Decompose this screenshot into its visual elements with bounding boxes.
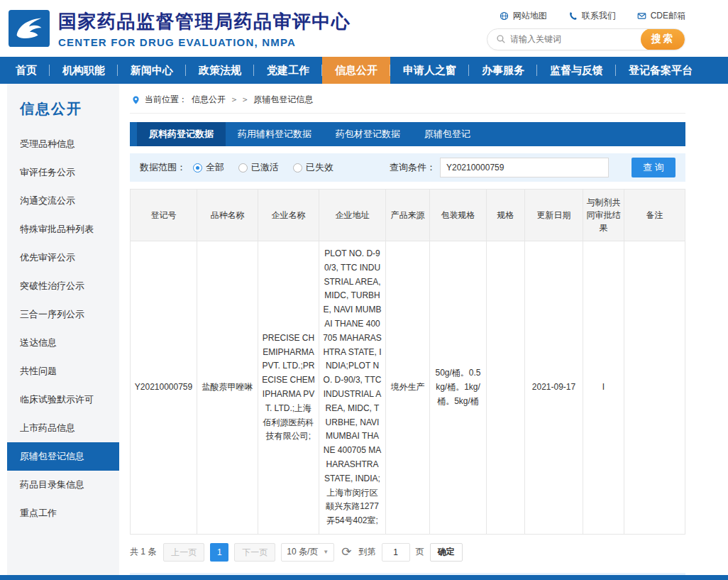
jump-page-input[interactable] xyxy=(382,543,410,562)
sidebar-item-marketed-drugs[interactable]: 上市药品信息 xyxy=(7,414,119,442)
filter-bar: 数据范围： 全部 已激活 已失效 查询条件： 查 询 xyxy=(130,153,685,182)
page-size-select[interactable]: 10 条/页 ▼ xyxy=(281,543,334,562)
current-page-button[interactable]: 1 xyxy=(210,543,228,562)
radio-option-activated[interactable]: 已激活 xyxy=(238,161,279,174)
tab-packaging-registration-data[interactable]: 药包材登记数据 xyxy=(324,122,412,146)
quick-link-contact[interactable]: 联系我们 xyxy=(568,10,616,22)
query-label: 查询条件： xyxy=(390,161,436,174)
breadcrumb-section-link[interactable]: 信息公开 xyxy=(192,94,226,106)
nav-item-news[interactable]: 新闻中心 xyxy=(118,57,186,84)
nav-item-applicant-window[interactable]: 申请人之窗 xyxy=(390,57,469,84)
quick-links: 网站地图 联系我们 CDE邮箱 xyxy=(500,10,685,22)
cde-logo-icon xyxy=(9,10,50,47)
sidebar-item-special-approval-list[interactable]: 特殊审批品种列表 xyxy=(7,215,119,244)
col-header-company-name: 企业名称 xyxy=(258,190,319,241)
table-row: Y20210000759 盐酸萘甲唑啉 PRECISE CHEMIPHARMA … xyxy=(131,241,685,535)
radio-label: 全部 xyxy=(206,161,224,174)
tab-excipient-registration-data[interactable]: 药用辅料登记数据 xyxy=(226,122,324,146)
chevron-down-icon: ▼ xyxy=(323,549,329,555)
cell-package-spec: 50g/桶。0.5kg/桶。1kg/桶。5kg/桶 xyxy=(430,241,487,535)
query-input[interactable] xyxy=(440,158,609,177)
breadcrumb-current-link[interactable]: 原辅包登记信息 xyxy=(253,94,313,106)
header-search-bar: 搜索 xyxy=(487,28,685,50)
footer-strip xyxy=(0,575,728,580)
radio-option-all[interactable]: 全部 xyxy=(193,161,224,174)
refresh-icon[interactable]: ⟳ xyxy=(341,546,351,558)
title-block: 国家药品监督管理局药品审评中心 CENTER FOR DRUG EVALUATI… xyxy=(58,9,351,48)
sidebar-item-key-work[interactable]: 重点工作 xyxy=(7,499,119,527)
nav-item-supervision-feedback[interactable]: 监督与反馈 xyxy=(537,57,616,84)
quick-link-label: CDE邮箱 xyxy=(651,10,685,22)
sidebar-item-delivery-info[interactable]: 送达信息 xyxy=(7,329,119,357)
tab-api-registration-data[interactable]: 原料药登记数据 xyxy=(137,122,226,146)
header-search-button[interactable]: 搜索 xyxy=(641,28,685,50)
sidebar-item-clinical-trial-license[interactable]: 临床试验默示许可 xyxy=(7,385,119,414)
nav-item-registration-platform[interactable]: 登记备案平台 xyxy=(616,57,705,84)
sidebar-item-communication[interactable]: 沟通交流公示 xyxy=(7,187,119,215)
registration-table: 登记号 品种名称 企业名称 企业地址 产品来源 包装规格 规格 更新日期 与制剂… xyxy=(130,189,685,535)
cell-company-name: PRECISE CHEMIPHARMA PVT. LTD.;PRECISE CH… xyxy=(258,241,319,535)
next-page-button[interactable]: 下一页 xyxy=(234,543,275,562)
jump-prefix-label: 到第 xyxy=(359,546,376,558)
cell-update-date: 2021-09-17 xyxy=(525,241,583,535)
query-button[interactable]: 查 询 xyxy=(632,158,675,177)
sidebar-item-three-in-one[interactable]: 三合一序列公示 xyxy=(7,300,119,329)
cell-remarks xyxy=(624,241,685,535)
sidebar-item-accepted-products[interactable]: 受理品种信息 xyxy=(7,130,119,158)
globe-icon xyxy=(500,11,509,21)
breadcrumb-label: 当前位置： xyxy=(145,94,187,106)
sidebar: 信息公开 受理品种信息 审评任务公示 沟通交流公示 特殊审批品种列表 优先审评公… xyxy=(7,84,119,580)
mail-icon xyxy=(637,11,646,21)
prev-page-button[interactable]: 上一页 xyxy=(163,543,204,562)
sidebar-item-priority-review[interactable]: 优先审评公示 xyxy=(7,244,119,272)
cell-reg-number: Y20210000759 xyxy=(131,241,197,535)
radio-icon-all xyxy=(193,163,202,173)
sidebar-item-breakthrough-therapy[interactable]: 突破性治疗公示 xyxy=(7,272,119,300)
jump-suffix-label: 页 xyxy=(416,546,424,558)
jump-confirm-button[interactable]: 确定 xyxy=(430,543,463,562)
nav-item-home[interactable]: 首页 xyxy=(3,57,50,84)
radio-icon-expired xyxy=(293,163,302,173)
radio-label: 已失效 xyxy=(306,161,333,174)
col-header-spec: 规格 xyxy=(487,190,525,241)
header-search-input[interactable] xyxy=(510,34,641,44)
quick-link-mail[interactable]: CDE邮箱 xyxy=(637,10,685,22)
cell-product-name: 盐酸萘甲唑啉 xyxy=(197,241,258,535)
query-group: 查询条件： xyxy=(390,158,609,177)
content: 信息公开 受理品种信息 审评任务公示 沟通交流公示 特殊审批品种列表 优先审评公… xyxy=(0,84,728,580)
site-subtitle: CENTER FOR DRUG EVALUATION, NMPA xyxy=(58,36,351,48)
search-icon xyxy=(496,34,506,44)
nav-item-functions[interactable]: 机构职能 xyxy=(50,57,118,84)
site-header: 国家药品监督管理局药品审评中心 CENTER FOR DRUG EVALUATI… xyxy=(0,0,728,57)
cell-spec xyxy=(487,241,525,535)
quick-link-label: 联系我们 xyxy=(582,10,616,22)
quick-link-label: 网站地图 xyxy=(513,10,547,22)
nav-item-policies[interactable]: 政策法规 xyxy=(186,57,254,84)
radio-option-expired[interactable]: 已失效 xyxy=(293,161,333,174)
sidebar-item-common-issues[interactable]: 共性问题 xyxy=(7,357,119,385)
scope-label: 数据范围： xyxy=(140,161,186,174)
tab-raw-material-registration[interactable]: 原辅包登记 xyxy=(412,122,482,146)
main-panel: 当前位置： 信息公开 ＞ ＞ 原辅包登记信息 原料药登记数据 药用辅料登记数据 … xyxy=(130,89,685,580)
data-tabs: 原料药登记数据 药用辅料登记数据 药包材登记数据 原辅包登记 xyxy=(130,122,685,146)
nav-item-services[interactable]: 办事服务 xyxy=(469,57,537,84)
page-size-value: 10 条/页 xyxy=(287,546,318,558)
breadcrumb-separator: ＞ ＞ xyxy=(230,94,249,106)
header-left: 国家药品监督管理局药品审评中心 CENTER FOR DRUG EVALUATI… xyxy=(9,9,351,48)
sidebar-item-raw-material-registration[interactable]: 原辅包登记信息 xyxy=(7,442,119,471)
col-header-package-spec: 包装规格 xyxy=(430,190,487,241)
nav-item-info-disclosure[interactable]: 信息公开 xyxy=(322,57,390,84)
col-header-remarks: 备注 xyxy=(624,190,685,241)
quick-link-sitemap[interactable]: 网站地图 xyxy=(500,10,547,22)
sidebar-item-review-tasks[interactable]: 审评任务公示 xyxy=(7,158,119,187)
breadcrumb: 当前位置： 信息公开 ＞ ＞ 原辅包登记信息 xyxy=(130,89,685,114)
cell-joint-review-result: I xyxy=(583,241,624,535)
pagination-total: 共 1 条 xyxy=(130,546,156,558)
cde-logo[interactable] xyxy=(9,10,50,47)
col-header-reg-number: 登记号 xyxy=(131,190,197,241)
nav-item-party-building[interactable]: 党建工作 xyxy=(254,57,322,84)
sidebar-title: 信息公开 xyxy=(7,99,119,130)
sidebar-item-drug-catalog[interactable]: 药品目录集信息 xyxy=(7,471,119,499)
radio-label: 已激活 xyxy=(251,161,279,174)
col-header-product-source: 产品来源 xyxy=(386,190,430,241)
